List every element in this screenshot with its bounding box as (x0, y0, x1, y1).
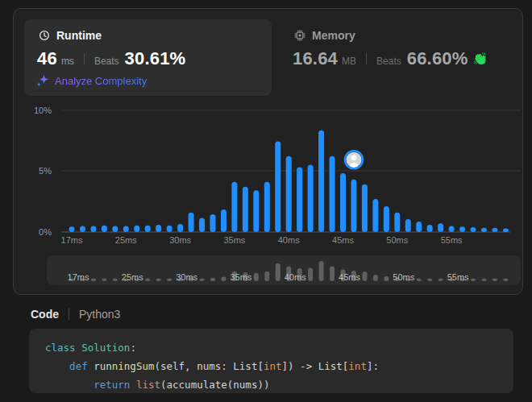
runtime-bar[interactable] (471, 227, 476, 232)
brush-axis-tick: 30ms (176, 272, 197, 282)
memory-unit: MB (342, 56, 356, 67)
runtime-bar[interactable] (297, 167, 302, 232)
runtime-bar[interactable] (167, 226, 172, 232)
language-label[interactable]: Python3 (79, 308, 120, 321)
runtime-bar[interactable] (134, 226, 139, 232)
runtime-bar[interactable] (177, 224, 183, 232)
code-line: class Solution: (45, 338, 513, 357)
x-axis-tick: 17ms (61, 235, 83, 245)
divider (69, 309, 69, 320)
brush-bar (221, 276, 226, 281)
runtime-bar[interactable] (330, 156, 335, 232)
runtime-bar[interactable] (481, 228, 487, 232)
runtime-card[interactable]: Runtime 46 ms Beats 30.61% Analyze Compl… (24, 19, 272, 96)
runtime-bar[interactable] (351, 180, 356, 232)
runtime-bar[interactable] (405, 219, 411, 232)
runtime-bar[interactable] (156, 225, 161, 232)
submission-result-panel: Runtime 46 ms Beats 30.61% Analyze Compl… (13, 8, 523, 295)
runtime-bar[interactable] (210, 214, 215, 232)
code-line: def runningSum(self, nums: List[int]) ->… (45, 357, 513, 375)
runtime-bar[interactable] (362, 184, 368, 232)
brush-bar (417, 279, 422, 281)
runtime-bar[interactable] (318, 131, 324, 232)
runtime-bar[interactable] (123, 226, 129, 232)
runtime-bar[interactable] (384, 206, 389, 232)
runtime-bar[interactable] (231, 182, 237, 232)
brush-bar (481, 279, 486, 281)
runtime-bar[interactable] (438, 223, 443, 232)
brush-bar (145, 279, 150, 281)
brush-bar (373, 275, 378, 281)
brush-bar (210, 278, 215, 281)
brush-bar (200, 279, 205, 281)
brush-axis-tick: 40ms (285, 272, 306, 282)
runtime-bar[interactable] (145, 226, 151, 232)
brush-axis-tick: 25ms (122, 272, 143, 282)
runtime-bar[interactable] (221, 209, 227, 232)
divider (84, 53, 85, 64)
brush-bar (319, 261, 324, 281)
runtime-bar[interactable] (102, 226, 107, 232)
code-label: Code (31, 308, 59, 321)
runtime-bar[interactable] (492, 228, 497, 232)
divider (366, 53, 367, 64)
runtime-distribution-chart[interactable]: 10%5%0%17ms25ms30ms35ms40ms45ms50ms55ms (25, 102, 529, 251)
analyze-complexity-link[interactable]: Analyze Complexity (35, 74, 147, 88)
runtime-bar[interactable] (427, 225, 433, 232)
brush-axis-tick: 45ms (339, 272, 360, 282)
runtime-bar[interactable] (112, 226, 118, 232)
runtime-bar[interactable] (80, 226, 85, 232)
runtime-bar[interactable] (503, 228, 509, 232)
brush-bar (254, 273, 259, 281)
runtime-label: Runtime (56, 29, 102, 42)
runtime-unit: ms (61, 56, 74, 67)
brush-bar (362, 271, 367, 281)
x-axis-tick: 45ms (332, 235, 354, 245)
brush-axis-tick: 17ms (68, 272, 89, 282)
runtime-bar[interactable] (253, 190, 259, 232)
runtime-bar[interactable] (308, 164, 314, 232)
chart-range-brush[interactable]: 17ms25ms30ms35ms40ms45ms50ms55ms (47, 255, 521, 285)
runtime-header: Runtime (39, 29, 102, 42)
memory-label: Memory (312, 29, 355, 42)
runtime-bar[interactable] (394, 213, 400, 232)
brush-bar (384, 276, 389, 281)
brush-bar (113, 279, 118, 281)
x-axis-tick: 30ms (169, 235, 191, 245)
x-axis-tick: 50ms (386, 235, 408, 245)
runtime-bar[interactable] (199, 218, 205, 232)
runtime-bar[interactable] (449, 226, 455, 232)
runtime-bar[interactable] (416, 222, 422, 232)
code-line: return list(accumulate(nums)) (45, 375, 513, 393)
brush-axis-tick: 50ms (393, 272, 414, 282)
brush-bar (330, 266, 335, 281)
runtime-value: 46 (37, 48, 57, 69)
memory-header: Memory (294, 29, 355, 42)
runtime-bar[interactable] (189, 213, 194, 232)
runtime-bar[interactable] (286, 156, 292, 232)
runtime-bar[interactable] (90, 226, 96, 232)
brush-bar (264, 271, 269, 281)
memory-card[interactable]: Memory 16.64 MB Beats 66.60% 👏 (280, 19, 513, 96)
runtime-bar[interactable] (275, 142, 281, 232)
runtime-bar[interactable] (264, 182, 270, 232)
clap-emoji: 👏 (473, 52, 488, 66)
brush-bar (91, 279, 96, 281)
brush-axis-tick: 35ms (230, 272, 251, 282)
code-header: Code Python3 (31, 308, 120, 321)
runtime-bar[interactable] (340, 173, 346, 232)
brush-bar (308, 268, 313, 282)
brush-bar (471, 279, 476, 281)
runtime-bar[interactable] (372, 199, 378, 232)
code-block[interactable]: class Solution: def runningSum(self, num… (29, 329, 513, 393)
runtime-stats: 46 ms Beats 30.61% (37, 48, 185, 69)
runtime-bar[interactable] (69, 226, 75, 232)
memory-beats-value: 66.60% (407, 48, 468, 69)
runtime-bar[interactable] (459, 226, 465, 232)
runtime-bar[interactable] (243, 187, 248, 232)
x-axis-tick: 40ms (278, 235, 300, 245)
brush-bar (102, 279, 106, 281)
memory-stats: 16.64 MB Beats 66.60% 👏 (293, 48, 488, 69)
brush-axis-tick: 55ms (447, 272, 469, 282)
brush-bar (276, 263, 281, 281)
